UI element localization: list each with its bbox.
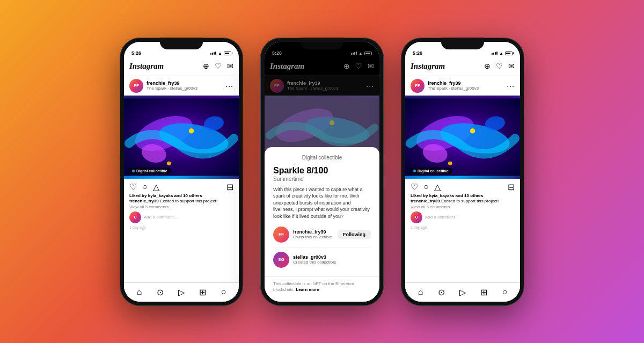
wifi-icon-right: ▲ — [499, 51, 503, 56]
post-caption-left: frenchie_fry39 Excited to support this p… — [124, 198, 239, 204]
badge-dot-left — [132, 170, 135, 172]
ig-header-icons-right: ⊕ ♡ ✉ — [484, 62, 515, 70]
ig-logo-right: Instagram — [411, 62, 445, 71]
comment-input-right[interactable]: Add a comment... — [425, 215, 459, 220]
post-location-left: The Spark · stellas_gr00v3 — [147, 86, 197, 91]
modal-creator-info: SG stellas_gr00v3 Created this collectib… — [273, 252, 336, 268]
bottom-nav-right: ⌂ ⊙ ▷ ⊞ ○ — [405, 282, 520, 302]
modal-creator-avatar: SG — [273, 252, 289, 268]
caption-text-left: Excited to support this project! — [160, 199, 217, 203]
phone-left: 5:26 ▲ Instagram ⊕ ♡ ✉ — [120, 38, 243, 306]
add-comment-left: U Add a comment... — [124, 210, 239, 225]
modal-owner-avatar: FF — [273, 227, 289, 243]
svg-point-6 — [167, 161, 171, 165]
post-header-right: FF frenchie_fry39 The Spark · stellas_gr… — [405, 76, 520, 96]
messenger-icon[interactable]: ✉ — [227, 62, 233, 70]
messenger-icon-right[interactable]: ✉ — [508, 62, 515, 70]
reels-nav-right[interactable]: ▷ — [459, 287, 466, 297]
like-icon-left[interactable]: ♡ — [129, 182, 137, 192]
comment-icon-left[interactable]: ○ — [142, 182, 148, 192]
heart-icon[interactable]: ♡ — [215, 62, 222, 70]
modal-creator-role: Created this collectible — [293, 260, 336, 265]
home-nav-right[interactable]: ⌂ — [418, 287, 423, 297]
modal-description: With this piece I wanted to capture what… — [273, 186, 371, 220]
modal-nft-collection: Summertime — [273, 176, 371, 182]
post-header-left: FF frenchie_fry39 The Spark · stellas_gr… — [124, 76, 239, 96]
caption-text-right: Excited to support this project! — [441, 199, 499, 203]
post-user-info-left: frenchie_fry39 The Spark · stellas_gr00v… — [147, 81, 197, 91]
comment-icon-right[interactable]: ○ — [423, 182, 429, 192]
modal-footer: This collectible is an NFT on the Ethere… — [273, 281, 371, 293]
modal-owner-text: frenchie_fry39 Owns this collectible — [293, 229, 332, 239]
shop-nav-right[interactable]: ⊞ — [480, 287, 487, 297]
post-time-right: 1 day ago — [405, 225, 520, 231]
art-svg-left — [124, 96, 239, 179]
battery-icon — [224, 52, 231, 55]
post-caption-right: frenchie_fry39 Excited to support this p… — [405, 198, 520, 204]
share-icon-left[interactable]: △ — [153, 182, 159, 192]
learn-more-link[interactable]: Learn more — [296, 287, 319, 292]
post-user-left: FF frenchie_fry39 The Spark · stellas_gr… — [129, 79, 197, 93]
post-more-left[interactable]: ··· — [225, 82, 233, 90]
modal-divider — [265, 276, 379, 277]
modal-title: Digital collectible — [273, 155, 371, 160]
add-comment-right: U Add a comment... — [405, 210, 520, 225]
reels-nav-left[interactable]: ▷ — [178, 287, 185, 297]
shop-nav-left[interactable]: ⊞ — [199, 287, 206, 297]
commenter-avatar-right: U — [411, 211, 422, 223]
svg-point-17 — [448, 161, 452, 165]
post-username-left: frenchie_fry39 — [147, 81, 197, 86]
modal-creator-text: stellas_gr00v3 Created this collectible — [293, 254, 336, 265]
post-likes-right: Liked by kyia_kayaks and 10 others — [405, 193, 520, 198]
following-button[interactable]: Following — [338, 230, 371, 239]
profile-nav-left[interactable]: ○ — [221, 287, 226, 297]
caption-username-left: frenchie_fry39 — [129, 199, 159, 203]
post-time-left: 1 day ago — [124, 225, 239, 231]
commenter-avatar-left: U — [129, 211, 141, 223]
caption-username-right: frenchie_fry39 — [411, 199, 440, 203]
modal-owner-row: FF frenchie_fry39 Owns this collectible … — [273, 227, 371, 247]
signal-icon-right — [492, 52, 497, 55]
add-icon-right[interactable]: ⊕ — [484, 62, 491, 70]
time-right: 5:26 — [413, 50, 422, 56]
post-image-right: Digital collectible — [405, 96, 520, 179]
heart-icon-right[interactable]: ♡ — [496, 62, 503, 70]
profile-nav-right[interactable]: ○ — [502, 287, 508, 297]
badge-left[interactable]: Digital collectible — [128, 167, 171, 174]
search-nav-right[interactable]: ⊙ — [438, 287, 445, 297]
badge-right[interactable]: Digital collectible — [409, 167, 452, 174]
avatar-right: FF — [411, 79, 425, 93]
status-icons-right: ▲ — [492, 51, 513, 56]
ig-header-icons-left: ⊕ ♡ ✉ — [203, 62, 233, 70]
like-icon-right[interactable]: ♡ — [411, 182, 418, 192]
notch-right — [441, 38, 484, 49]
modal-owner-role: Owns this collectible — [293, 235, 332, 239]
notch-left — [160, 38, 203, 49]
svg-point-16 — [470, 128, 475, 133]
avatar-left: FF — [129, 79, 143, 93]
view-comments-left[interactable]: View all 5 comments — [124, 204, 239, 210]
comment-input-left[interactable]: Add a comment... — [144, 215, 178, 220]
post-actions-right: ♡ ○ △ ⊟ — [405, 179, 520, 193]
post-more-right[interactable]: ··· — [507, 82, 515, 90]
phone-center: 5:26 ▲ Instagram ⊕ ♡ ✉ — [260, 38, 384, 306]
view-comments-right[interactable]: View all 5 comments — [405, 204, 520, 210]
add-icon[interactable]: ⊕ — [203, 62, 209, 70]
share-icon-right[interactable]: △ — [434, 182, 441, 192]
modal-owner-info: FF frenchie_fry39 Owns this collectible — [273, 227, 332, 243]
ig-logo-left: Instagram — [129, 62, 164, 71]
home-nav-left[interactable]: ⌂ — [137, 287, 142, 297]
time-left: 5:26 — [131, 50, 141, 56]
save-icon-left[interactable]: ⊟ — [226, 182, 233, 192]
bottom-nav-left: ⌂ ⊙ ▷ ⊞ ○ — [124, 282, 239, 302]
art-svg-right — [405, 96, 520, 179]
modal-owner-name: frenchie_fry39 — [293, 229, 332, 235]
modal-sheet-center: Digital collectible Sparkle 8/100 Summer… — [265, 147, 379, 302]
post-image-left: Digital collectible — [124, 96, 239, 179]
wifi-icon: ▲ — [218, 51, 222, 56]
search-nav-left[interactable]: ⊙ — [157, 287, 164, 297]
post-actions-icons-left: ♡ ○ △ — [129, 182, 159, 192]
post-likes-left: Liked by kyia_kayaks and 10 others — [124, 193, 239, 198]
save-icon-right[interactable]: ⊟ — [508, 182, 515, 192]
ig-header-left: Instagram ⊕ ♡ ✉ — [124, 57, 239, 76]
